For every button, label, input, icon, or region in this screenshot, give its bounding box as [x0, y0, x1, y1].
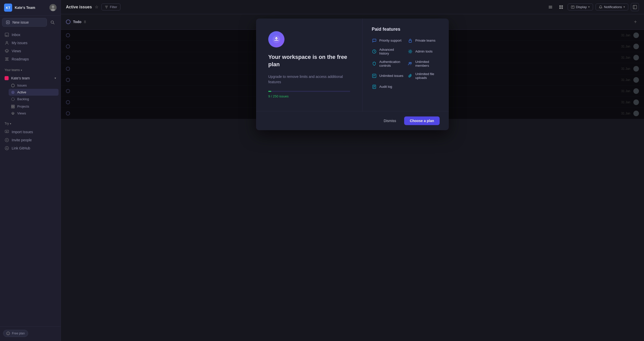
progress-fill [268, 91, 271, 92]
new-issue-button[interactable]: New issue [2, 18, 47, 27]
try-label: Try ▾ [0, 118, 61, 127]
team-dot [5, 76, 9, 80]
paperclip-icon [408, 73, 413, 78]
sidebar-item-roadmaps[interactable]: Roadmaps [2, 55, 59, 63]
svg-rect-11 [6, 59, 8, 60]
sidebar-header: KT Kate's Team [0, 0, 61, 15]
your-teams-label: Your teams ▾ [0, 64, 61, 73]
sidebar-item-import[interactable]: Import Issues [2, 128, 59, 136]
upgrade-icon [272, 35, 280, 43]
kate-team-item[interactable]: Kate's team ▾ [2, 74, 59, 82]
backlog-icon [11, 97, 15, 101]
sidebar-item-team-views[interactable]: Views [9, 110, 59, 117]
star-icon[interactable]: ☆ [95, 5, 98, 9]
dismiss-button[interactable]: Dismiss [379, 116, 401, 125]
feature-auth-controls: Authentication controls [372, 60, 404, 67]
svg-point-16 [11, 98, 14, 101]
kate-team-name: Kate's team [11, 76, 30, 80]
svg-point-44 [409, 51, 411, 52]
svg-rect-8 [5, 33, 9, 37]
svg-point-9 [6, 41, 8, 43]
list-view-icon [548, 5, 553, 9]
sidebar-toggle-button[interactable] [631, 3, 639, 11]
svg-rect-12 [5, 60, 9, 61]
filter-button[interactable]: Filter [101, 4, 120, 10]
link-github-label: Link GitHub [12, 146, 30, 150]
sidebar-top-actions: New issue [0, 15, 61, 27]
try-section: Import Issues Invite people Link GitHub [0, 127, 61, 153]
svg-line-7 [53, 23, 54, 24]
add-todo-button[interactable]: + [632, 18, 639, 25]
user-icon [5, 41, 9, 45]
gear-icon [408, 49, 413, 54]
todo-status-icon [66, 20, 70, 24]
progress-track [268, 91, 350, 92]
issues-label: Issues [17, 83, 27, 87]
grid-view-button[interactable] [557, 3, 565, 11]
user-avatar[interactable] [49, 4, 57, 11]
main-nav: Inbox My issues Views Roadmaps [0, 30, 61, 64]
audit-log-label: Audit log [379, 85, 392, 89]
issues-area: 31 Jan 31 Jan 31 Jan 31 Jan [61, 30, 644, 119]
sidebar-item-projects[interactable]: Projects [9, 103, 59, 110]
svg-point-26 [7, 147, 7, 148]
try-chevron: ▾ [10, 122, 11, 125]
main-content-area: Active issues ☆ Filter [61, 0, 644, 341]
display-chevron: ▾ [588, 5, 590, 9]
progress-label: 9 / 250 issues [268, 94, 289, 98]
free-plan-button[interactable]: i Free plan [3, 330, 28, 337]
display-button[interactable]: Display ▾ [568, 4, 593, 10]
todo-label: Todo [73, 20, 81, 24]
sidebar-item-invite[interactable]: Invite people [2, 136, 59, 144]
chat-icon [372, 38, 377, 43]
svg-rect-20 [13, 107, 14, 108]
team-avatar: KT [4, 4, 12, 12]
header-right: Display ▾ Notifications ▾ [546, 3, 639, 11]
main-header: Active issues ☆ Filter [61, 0, 644, 14]
filter-icon [105, 5, 108, 9]
svg-rect-39 [633, 5, 637, 9]
download-icon [5, 130, 9, 134]
team-section: Kate's team ▾ Issues Active [0, 73, 61, 118]
github-icon [5, 146, 9, 150]
projects-label: Projects [17, 105, 29, 108]
svg-text:i: i [8, 333, 8, 335]
svg-rect-18 [13, 105, 14, 106]
private-teams-label: Private teams [415, 39, 435, 42]
feature-unlimited-members: Unlimited members [408, 60, 440, 67]
modal-body: Your workspace is on the free plan Upgra… [256, 19, 449, 111]
sidebar-item-active[interactable]: Active [9, 89, 59, 96]
search-icon [50, 20, 55, 25]
lock-icon [408, 38, 413, 43]
modal-footer: Dismiss Choose a plan [256, 111, 449, 130]
svg-rect-33 [561, 5, 563, 7]
svg-point-25 [5, 146, 9, 150]
search-button[interactable] [48, 18, 57, 26]
svg-point-1 [52, 6, 54, 8]
sidebar-item-my-issues[interactable]: My issues [2, 39, 59, 47]
list-view-button[interactable] [546, 3, 554, 11]
svg-rect-29 [549, 6, 552, 6]
sidebar-item-github[interactable]: Link GitHub [2, 144, 59, 152]
display-label: Display [576, 5, 587, 9]
modal-right: Paid features Priority support [363, 19, 449, 111]
sidebar-item-backlog[interactable]: Backlog [9, 96, 59, 103]
sidebar-icon [633, 5, 637, 9]
priority-support-label: Priority support [379, 39, 401, 42]
choose-plan-button[interactable]: Choose a plan [404, 116, 440, 125]
admin-tools-label: Admin tools [415, 49, 433, 53]
sidebar-item-inbox[interactable]: Inbox [2, 31, 59, 39]
svg-rect-30 [549, 7, 552, 7]
sidebar-item-views[interactable]: Views [2, 47, 59, 55]
free-plan-label: Free plan [12, 332, 25, 335]
unlimited-issues-label: Unlimited issues [379, 74, 403, 78]
views-label: Views [12, 49, 21, 53]
progress-bar-wrap: 9 / 250 issues [268, 91, 350, 98]
circle-icon: i [6, 332, 10, 335]
svg-point-13 [11, 84, 14, 87]
svg-point-46 [410, 62, 412, 63]
issues-content: Todo 8 + 31 Jan 31 Jan 31 Jan [61, 14, 644, 341]
sidebar-item-issues[interactable]: Issues [9, 82, 59, 89]
bell-icon [599, 5, 602, 9]
notifications-button[interactable]: Notifications ▾ [596, 4, 628, 10]
